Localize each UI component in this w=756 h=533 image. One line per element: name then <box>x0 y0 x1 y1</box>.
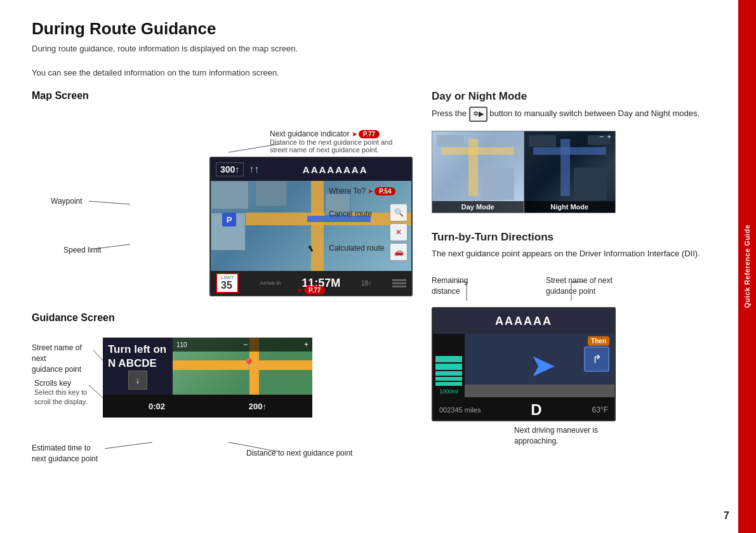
right-column: Day or Night Mode Press the ✲▶ button to… <box>432 90 736 477</box>
dash-bar-2 <box>392 282 406 284</box>
night-bld-3 <box>574 168 606 200</box>
est-time-text: Estimated time tonext guidance point <box>32 444 98 463</box>
side-tab: Quick Reference Guide <box>738 0 756 533</box>
guidance-right-panel: 📍 110 − + <box>173 338 312 395</box>
turn-by-turn-section: Turn-by-Turn Directions The next guidanc… <box>432 231 736 447</box>
day-road-2 <box>468 139 478 196</box>
dist-bar-1 <box>435 356 462 362</box>
day-night-images: Day Mode − + Night Mo <box>432 131 616 213</box>
day-night-section: Day or Night Mode Press the ✲▶ button to… <box>432 90 736 213</box>
day-bld-2 <box>496 135 519 145</box>
cancel-x-btn[interactable]: ✕ <box>390 223 408 241</box>
arrive-time: 18↑ <box>361 280 371 287</box>
next-guidance-badge: P.77 <box>359 130 380 138</box>
speed-limit-box: LIMIT 35 <box>216 273 239 293</box>
where-to-badge: P.54 <box>375 187 395 195</box>
odometer-value: 002345 <box>439 406 463 414</box>
page-subtitle-2: You can see the detailed information on … <box>32 67 736 79</box>
ann-scrolls-key: Scrolls key Select this key to scroll th… <box>34 379 104 407</box>
nav-distance-text: 300↑ <box>220 164 239 174</box>
ann-calc-route: Calculated route <box>329 244 384 253</box>
side-tab-label: Quick Reference Guide <box>743 225 751 308</box>
dist-bar-label: 1000mi <box>435 387 462 395</box>
ann-street-text: Street name of nextguidance point <box>32 343 82 374</box>
mini-road-number: 110 <box>176 341 187 348</box>
dii-then-label: Then <box>588 336 609 346</box>
p-link-where-to: ➤P.54 <box>368 187 395 195</box>
page-subtitle-1: During route guidance, route information… <box>32 43 736 55</box>
guidance-main: Turn left on N ABCDE ↓ <box>103 338 312 395</box>
two-column-layout: Map Screen <box>32 90 736 477</box>
road-vertical <box>311 181 324 282</box>
night-bld-1 <box>529 135 556 147</box>
dii-distance-bars: 1000mi <box>433 334 465 397</box>
dii-turn-arrow: ➤ <box>529 347 556 384</box>
day-bld-1 <box>437 135 464 147</box>
map-screen-header: Map Screen <box>32 90 413 102</box>
day-night-button[interactable]: ✲▶ <box>469 107 487 122</box>
ann-cancel-route: Cancel route <box>329 209 372 218</box>
guidance-mini-map: 📍 110 − + <box>173 338 312 395</box>
guidance-time: 0:02 <box>149 402 165 411</box>
dist-bar-3 <box>435 371 462 376</box>
day-night-body-line2: button to manually switch between Day an… <box>489 109 700 118</box>
svg-line-1 <box>89 201 130 204</box>
nav-street: AAAAAAAA <box>264 164 406 175</box>
turn-line2: N ABCDE <box>108 357 168 371</box>
ann-est-time: Estimated time tonext guidance point <box>32 443 98 464</box>
dashboards-icon <box>392 279 406 287</box>
dii-odometer: 002345 miles <box>439 406 481 414</box>
main-content: During Route Guidance During route guida… <box>32 19 736 477</box>
nav-screen: 300↑ ↑↑ AAAAAAAA <box>209 157 413 296</box>
scroll-btn[interactable]: ↓ <box>128 371 147 390</box>
dashboards-badge: P.77 <box>304 286 325 294</box>
night-mode-label: Night Mode <box>524 201 616 213</box>
guidance-dist: 200↑ <box>249 402 267 411</box>
ann-speed-limit: Speed limit <box>63 246 101 254</box>
map-annotation-area: 300↑ ↑↑ AAAAAAAA <box>32 109 406 306</box>
odometer-unit: miles <box>465 406 481 414</box>
guidance-section: Guidance Screen <box>32 312 413 477</box>
page-title: During Route Guidance <box>32 19 736 39</box>
turn-by-turn-body: The next guidance point appears on the D… <box>432 247 736 261</box>
building-1 <box>211 181 249 209</box>
night-mode-image: − + Night Mode <box>524 131 616 213</box>
dii-road <box>465 385 614 397</box>
dii-then-arrow: ↱ <box>584 346 609 372</box>
day-mode-image: Day Mode <box>432 131 524 213</box>
dii-street-name: AAAAAA <box>495 315 552 328</box>
scrolls-key-detail: Select this key to scroll the display. <box>34 388 104 407</box>
night-road-2 <box>560 139 570 196</box>
dii-mode-letter: D <box>531 401 541 419</box>
parking-icon: P <box>222 213 236 227</box>
night-controls: − + <box>599 133 611 140</box>
ann-next-guidance: Next guidance indicator ➤P.77 Distance t… <box>270 129 397 154</box>
p-link-next-guidance: ➤P.77 <box>352 130 380 138</box>
dii-top-bar: AAAAAA <box>433 308 614 334</box>
dii-screen: AAAAAA 1000mi <box>432 307 616 421</box>
guidance-screen: Turn left on N ABCDE ↓ <box>103 338 312 418</box>
dash-bar-1 <box>392 279 406 281</box>
search-btn[interactable]: 🔍 <box>390 204 408 221</box>
p-link-dashboards: ➤P.77 <box>297 286 325 294</box>
nav-arrows: ↑↑ <box>249 164 259 175</box>
dii-temperature: 63°F <box>592 405 608 414</box>
ann-next-maneuver: Next driving maneuver is approaching. <box>514 425 616 447</box>
scrolls-key-label: Scrolls key <box>34 379 71 388</box>
mini-zoom-plus[interactable]: + <box>304 340 308 349</box>
dash-bar-3 <box>392 286 406 287</box>
svg-line-9 <box>105 442 152 449</box>
guidance-turn-text: Turn left on N ABCDE <box>108 343 168 371</box>
nav-right-buttons: 🔍 ✕ 🚗 <box>390 204 408 261</box>
night-plus: + <box>607 133 611 140</box>
vehicle-btn[interactable]: 🚗 <box>390 243 408 261</box>
guidance-screen-wrapper: Turn left on N ABCDE ↓ <box>103 338 312 418</box>
turn-by-turn-header: Turn-by-Turn Directions <box>432 231 736 244</box>
mini-zoom-minus[interactable]: − <box>243 340 248 349</box>
turn-line1: Turn left on <box>108 343 168 357</box>
day-night-body-line1: Press the <box>432 109 467 118</box>
nav-map-body: P ⬆ 🔍 ✕ 🚗 <box>211 181 411 282</box>
nav-top-bar: 300↑ ↑↑ AAAAAAAA <box>211 158 411 181</box>
guidance-annotation-area: Turn left on N ABCDE ↓ <box>32 331 406 477</box>
day-mode-label: Day Mode <box>432 201 524 213</box>
